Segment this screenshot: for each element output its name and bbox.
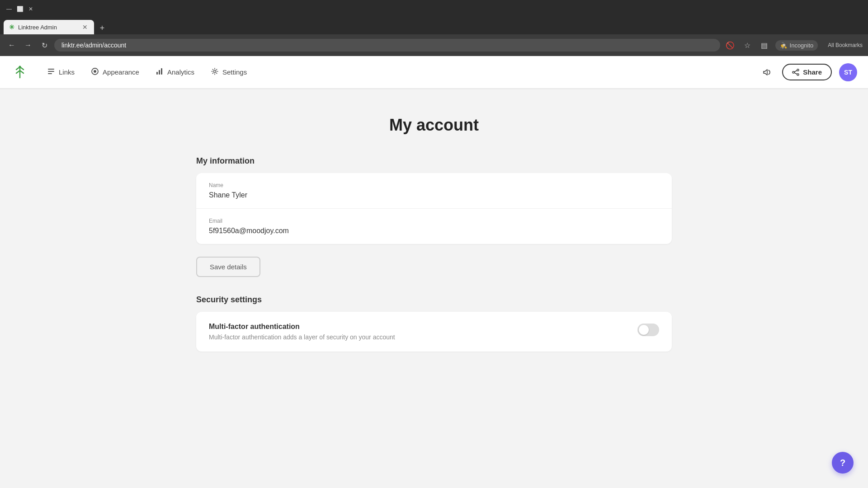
incognito-label: Incognito	[790, 42, 814, 49]
save-details-button[interactable]: Save details	[196, 257, 260, 277]
security-section: Security settings Multi-factor authentic…	[196, 295, 672, 352]
minimize-button[interactable]: —	[5, 5, 13, 13]
tab-favicon-icon: ✳	[9, 23, 14, 31]
name-field: Name Shane Tyler	[196, 173, 672, 209]
mfa-toggle[interactable]	[637, 324, 659, 336]
nav-appearance-label: Appearance	[103, 68, 139, 76]
incognito-badge: 🕵 Incognito	[775, 40, 818, 51]
analytics-icon	[156, 67, 164, 77]
mfa-title: Multi-factor authentication	[209, 323, 395, 331]
email-value[interactable]: 5f91560a@moodjoy.com	[209, 227, 659, 235]
mfa-text: Multi-factor authentication Multi-factor…	[209, 323, 395, 341]
svg-rect-8	[161, 68, 162, 75]
svg-rect-2	[48, 71, 54, 72]
tab-bar: ✳ Linktree Admin ✕ +	[0, 18, 868, 34]
help-icon: ?	[840, 458, 845, 468]
svg-point-9	[213, 70, 216, 72]
avatar-initials: ST	[844, 69, 852, 76]
share-button[interactable]: Share	[782, 64, 832, 80]
page-title: My account	[196, 116, 672, 135]
toggle-thumb	[639, 325, 649, 335]
svg-point-0	[19, 66, 21, 68]
svg-rect-1	[48, 69, 54, 70]
toolbar-actions: 🚫 ☆ ▤ 🕵 Incognito All Bookmarks	[724, 39, 863, 52]
nav-analytics-label: Analytics	[167, 68, 194, 76]
nav-links: Links Appearance Analytics Settings	[40, 64, 759, 81]
forward-button[interactable]: →	[22, 39, 34, 52]
bookmarks-bar-label: All Bookmarks	[828, 42, 863, 48]
nav-item-links[interactable]: Links	[40, 64, 82, 81]
name-label: Name	[209, 182, 659, 188]
announcement-icon[interactable]	[759, 64, 775, 80]
window-controls: — ⬜ ✕	[5, 5, 34, 13]
nav-item-analytics[interactable]: Analytics	[148, 64, 202, 81]
browser-chrome: — ⬜ ✕ ✳ Linktree Admin ✕ + ← → ↻ linktr.…	[0, 0, 868, 56]
my-information-section: My information Name Shane Tyler Email 5f…	[196, 156, 672, 277]
svg-rect-7	[159, 70, 160, 75]
address-bar[interactable]: linktr.ee/admin/account	[54, 39, 720, 52]
reload-button[interactable]: ↻	[38, 39, 51, 52]
help-button[interactable]: ?	[832, 452, 854, 474]
tab-close-button[interactable]: ✕	[81, 23, 89, 31]
security-heading: Security settings	[196, 295, 672, 305]
mfa-row: Multi-factor authentication Multi-factor…	[196, 312, 672, 352]
my-information-heading: My information	[196, 156, 672, 166]
new-tab-button[interactable]: +	[96, 22, 108, 34]
svg-rect-3	[48, 73, 52, 74]
name-value[interactable]: Shane Tyler	[209, 191, 659, 199]
browser-titlebar: — ⬜ ✕	[0, 0, 868, 18]
sidebar-icon[interactable]: ▤	[758, 39, 771, 52]
incognito-icon: 🕵	[780, 42, 787, 49]
nav-links-label: Links	[59, 68, 75, 76]
email-label: Email	[209, 218, 659, 224]
back-button[interactable]: ←	[5, 39, 18, 52]
bookmark-icon[interactable]: ☆	[741, 39, 754, 52]
app-wrapper: Links Appearance Analytics Settings	[0, 56, 868, 488]
mfa-description: Multi-factor authentication adds a layer…	[209, 333, 395, 341]
my-information-card: Name Shane Tyler Email 5f91560a@moodjoy.…	[196, 173, 672, 244]
email-field: Email 5f91560a@moodjoy.com	[196, 209, 672, 244]
links-icon	[47, 67, 55, 77]
eye-slash-icon[interactable]: 🚫	[724, 39, 736, 52]
avatar[interactable]: ST	[839, 63, 857, 81]
nav-settings-label: Settings	[222, 68, 247, 76]
nav-item-settings[interactable]: Settings	[203, 64, 254, 81]
main-content: My account My information Name Shane Tyl…	[185, 89, 683, 388]
share-icon	[792, 69, 799, 76]
share-button-label: Share	[803, 68, 822, 76]
active-tab[interactable]: ✳ Linktree Admin ✕	[4, 20, 94, 34]
linktree-logo-icon	[13, 65, 27, 80]
svg-point-5	[94, 70, 96, 73]
svg-rect-6	[156, 72, 158, 75]
close-button[interactable]: ✕	[27, 5, 34, 13]
url-text: linktr.ee/admin/account	[61, 42, 126, 49]
tab-title: Linktree Admin	[18, 24, 78, 31]
nav-right: Share ST	[759, 63, 857, 81]
security-card: Multi-factor authentication Multi-factor…	[196, 312, 672, 352]
appearance-icon	[91, 67, 99, 77]
toggle-track[interactable]	[637, 324, 659, 336]
browser-toolbar: ← → ↻ linktr.ee/admin/account 🚫 ☆ ▤ 🕵 In…	[0, 34, 868, 56]
settings-icon	[211, 67, 219, 77]
nav-item-appearance[interactable]: Appearance	[84, 64, 146, 81]
nav-logo[interactable]	[11, 63, 29, 81]
top-nav: Links Appearance Analytics Settings	[0, 56, 868, 89]
maximize-button[interactable]: ⬜	[16, 5, 24, 13]
